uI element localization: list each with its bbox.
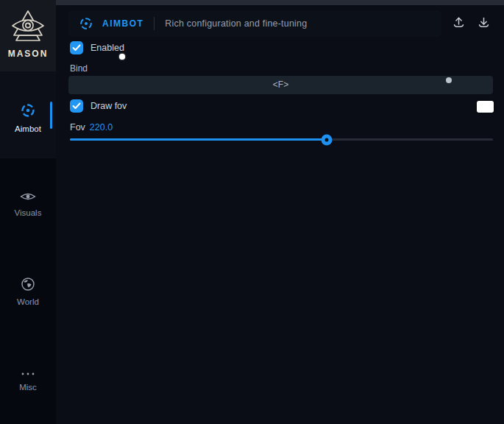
enabled-checkbox-row[interactable]: Enabled (70, 41, 124, 54)
mouse-cursor-dot (119, 54, 125, 60)
sidebar-item-label: Visuals (0, 208, 56, 217)
active-nav-indicator (50, 102, 52, 129)
download-config-button[interactable] (475, 15, 492, 32)
content-background (56, 5, 504, 424)
draw-fov-checkbox[interactable] (70, 99, 83, 113)
draw-fov-color-swatch[interactable] (477, 101, 494, 113)
crosshair-icon (20, 108, 36, 121)
fov-label: Fov (70, 122, 85, 132)
section-header: AIMBOT Rich configuration and fine-tunin… (68, 10, 441, 37)
page-title: AIMBOT (102, 18, 143, 29)
mason-eye-pyramid-icon (10, 10, 46, 46)
draw-fov-checkbox-row[interactable]: Draw fov (70, 99, 127, 113)
sidebar-item-visuals[interactable]: Visuals (0, 191, 56, 217)
sidebar-item-aimbot[interactable]: Aimbot (0, 102, 56, 133)
check-icon (72, 44, 81, 52)
enabled-label: Enabled (90, 43, 124, 53)
sidebar-item-world[interactable]: World (0, 277, 56, 306)
bind-label: Bind (70, 63, 88, 74)
page-subtitle: Rich configuration and fine-tuning (165, 18, 307, 29)
sidebar-item-label: Aimbot (0, 124, 56, 133)
upload-icon (452, 15, 466, 32)
fov-value-row: Fov 220.0 (70, 122, 113, 132)
sidebar-item-misc[interactable]: Misc (0, 367, 56, 392)
sidebar-item-label: World (0, 297, 56, 306)
globe-icon (21, 281, 35, 294)
sidebar-item-label: Misc (0, 383, 56, 392)
fov-slider[interactable] (70, 138, 493, 141)
upload-config-button[interactable] (450, 15, 467, 32)
fov-value: 220.0 (90, 122, 113, 132)
bind-key-input[interactable]: <F> (68, 76, 493, 94)
eye-icon (20, 192, 36, 205)
fov-slider-handle[interactable] (322, 134, 333, 145)
window-top-strip (0, 0, 504, 5)
logo: MASON (0, 0, 56, 71)
crosshair-icon (79, 16, 93, 31)
download-icon (477, 15, 491, 32)
bind-input-dot (446, 77, 452, 83)
ellipsis-icon (19, 367, 37, 379)
check-icon (72, 102, 81, 110)
header-divider (154, 17, 155, 30)
logo-label: MASON (8, 49, 49, 59)
fov-slider-fill (70, 138, 327, 141)
enabled-checkbox[interactable] (70, 41, 83, 54)
draw-fov-label: Draw fov (90, 101, 127, 111)
mason-window: MASON Aimbot Visuals World (0, 0, 504, 424)
